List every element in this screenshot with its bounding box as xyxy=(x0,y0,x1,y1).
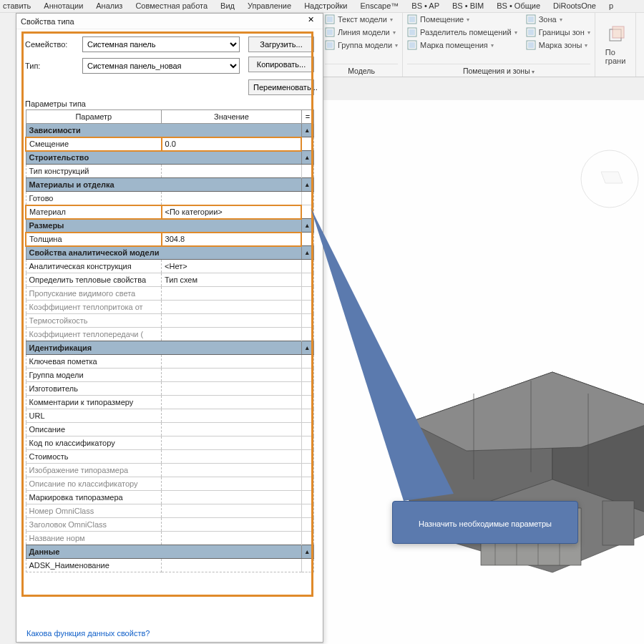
ribbon-item[interactable]: Границы зон ▾ xyxy=(526,27,590,37)
param-eq[interactable] xyxy=(301,314,313,328)
param-value[interactable] xyxy=(162,477,302,491)
param-eq[interactable] xyxy=(301,491,313,504)
param-group[interactable]: Свойства аналитической модели xyxy=(26,246,301,260)
param-group[interactable]: Данные xyxy=(26,545,301,559)
type-select[interactable]: Системная панель_новая xyxy=(82,58,240,74)
param-value[interactable]: <По категории> xyxy=(162,205,302,219)
param-eq[interactable] xyxy=(301,436,313,450)
param-value[interactable] xyxy=(162,192,302,205)
param-value[interactable] xyxy=(162,328,302,341)
ribbon-item[interactable]: Разделитель помещений ▾ xyxy=(407,27,517,37)
ribbon-item[interactable]: Зона ▾ xyxy=(526,14,590,24)
param-value[interactable]: 0.0 xyxy=(162,137,302,151)
param-value[interactable] xyxy=(162,301,302,314)
param-value[interactable] xyxy=(162,518,302,532)
param-eq[interactable] xyxy=(301,559,313,572)
param-value[interactable]: Тип схем xyxy=(162,273,302,287)
ribbon-tab[interactable]: Вид xyxy=(220,0,235,12)
param-value[interactable] xyxy=(162,314,302,328)
collapse-icon[interactable]: ▴ xyxy=(301,545,313,559)
param-eq[interactable] xyxy=(301,137,313,151)
close-icon[interactable]: ✕ xyxy=(303,15,318,28)
param-eq[interactable] xyxy=(301,450,313,464)
param-eq[interactable] xyxy=(301,477,313,491)
param-eq[interactable] xyxy=(301,532,313,545)
ribbon-tab[interactable]: ставить xyxy=(3,0,31,12)
param-value[interactable] xyxy=(162,491,302,504)
param-name[interactable]: Тип конструкций xyxy=(26,165,162,178)
param-name[interactable]: Маркировка типоразмера xyxy=(26,491,162,504)
param-name[interactable]: Изображение типоразмера xyxy=(26,464,162,477)
ribbon-tab[interactable]: p xyxy=(609,0,613,12)
help-link[interactable]: Какова функция данных свойств? xyxy=(16,625,323,642)
param-value[interactable] xyxy=(162,165,302,178)
ribbon-item[interactable]: Марка помещения ▾ xyxy=(407,40,517,50)
copy-button[interactable]: Копировать... xyxy=(248,57,314,72)
param-value[interactable] xyxy=(162,409,302,423)
panel-rooms-title[interactable]: Помещения и зоны xyxy=(407,64,590,75)
ribbon-item[interactable]: Помещение ▾ xyxy=(407,14,517,24)
param-eq[interactable] xyxy=(301,396,313,409)
param-eq[interactable] xyxy=(301,328,313,341)
ribbon-tab[interactable]: BS • AP xyxy=(411,0,439,12)
param-eq[interactable] xyxy=(301,464,313,477)
collapse-icon[interactable]: ▴ xyxy=(301,151,313,165)
param-name[interactable]: Ключевая пометка xyxy=(26,355,162,369)
param-value[interactable] xyxy=(162,532,302,545)
param-name[interactable]: Смещение xyxy=(26,137,162,151)
param-name[interactable]: Аналитическая конструкция xyxy=(26,260,162,273)
param-eq[interactable] xyxy=(301,369,313,382)
param-name[interactable]: Пропускание видимого света xyxy=(26,287,162,301)
param-value[interactable] xyxy=(162,423,302,436)
param-value[interactable] xyxy=(162,436,302,450)
ribbon-tab[interactable]: Аннотации xyxy=(44,0,83,12)
param-name[interactable]: Комментарии к типоразмеру xyxy=(26,396,162,409)
param-eq[interactable] xyxy=(301,287,313,301)
param-name[interactable]: Готово xyxy=(26,192,162,205)
ribbon-tab[interactable]: DiRootsOne xyxy=(553,0,596,12)
param-name[interactable]: Коэффициент теплопритока от xyxy=(26,301,162,314)
param-eq[interactable] xyxy=(301,273,313,287)
param-name[interactable]: Название норм xyxy=(26,532,162,545)
param-value[interactable] xyxy=(162,396,302,409)
param-name[interactable]: Материал xyxy=(26,205,162,219)
param-name[interactable]: Стоимость xyxy=(26,450,162,464)
ribbon-tab[interactable]: BS • Общие xyxy=(497,0,540,12)
param-value[interactable]: <Нет> xyxy=(162,260,302,273)
rename-button[interactable]: Переименовать... xyxy=(248,79,314,95)
param-group[interactable]: Идентификация xyxy=(26,341,301,355)
param-eq[interactable] xyxy=(301,205,313,219)
param-eq[interactable] xyxy=(301,233,313,246)
param-value[interactable] xyxy=(162,382,302,396)
param-value[interactable] xyxy=(162,464,302,477)
collapse-icon[interactable]: ▴ xyxy=(301,341,313,355)
collapse-icon[interactable]: ▴ xyxy=(301,124,313,137)
param-name[interactable]: Термостойкость xyxy=(26,314,162,328)
param-eq[interactable] xyxy=(301,518,313,532)
param-eq[interactable] xyxy=(301,301,313,314)
ribbon-item[interactable]: Линия модели ▾ xyxy=(325,27,398,37)
load-button[interactable]: Загрузить... xyxy=(248,36,314,52)
param-value[interactable] xyxy=(162,369,302,382)
param-value[interactable] xyxy=(162,355,302,369)
family-select[interactable]: Системная панель xyxy=(82,36,240,52)
param-name[interactable]: Описание по классификатору xyxy=(26,477,162,491)
param-name[interactable]: Изготовитель xyxy=(26,382,162,396)
param-eq[interactable] xyxy=(301,192,313,205)
param-eq[interactable] xyxy=(301,504,313,518)
ribbon-tab[interactable]: Надстройки xyxy=(304,0,347,12)
ribbon-tab[interactable]: Анализ xyxy=(96,0,122,12)
param-group[interactable]: Размеры xyxy=(26,219,301,233)
viewport-3d[interactable] xyxy=(323,100,644,644)
param-value[interactable] xyxy=(162,287,302,301)
param-group[interactable]: Материалы и отделка xyxy=(26,178,301,192)
param-value[interactable] xyxy=(162,450,302,464)
param-name[interactable]: Описание xyxy=(26,423,162,436)
ribbon-tab[interactable]: Управление xyxy=(248,0,291,12)
ribbon-tab[interactable]: Совместная работа xyxy=(135,0,208,12)
param-name[interactable]: Заголовок OmniClass xyxy=(26,518,162,532)
ribbon-item[interactable]: Группа модели ▾ xyxy=(325,40,398,50)
param-value[interactable] xyxy=(162,559,302,572)
param-eq[interactable] xyxy=(301,409,313,423)
param-name[interactable]: Код по классификатору xyxy=(26,436,162,450)
